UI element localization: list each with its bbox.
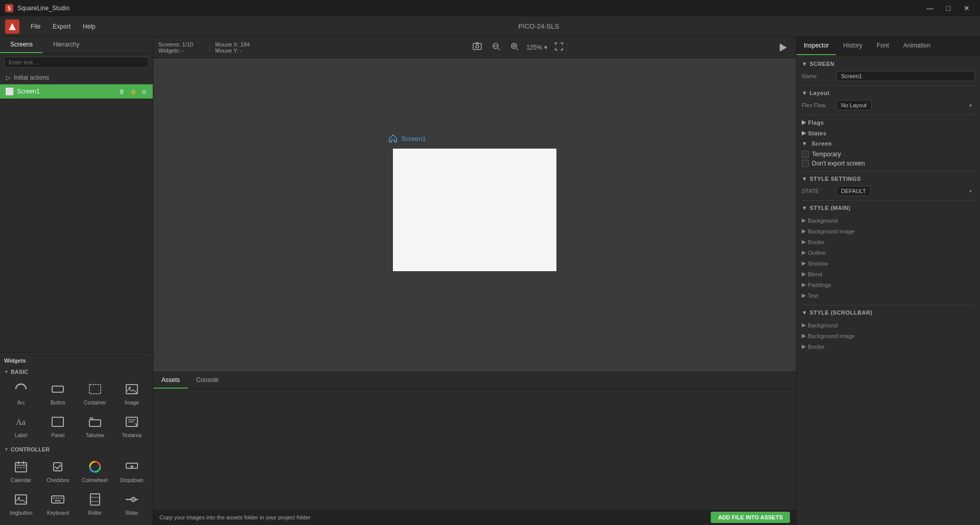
widget-colorwheel[interactable]: Colorwheel: [77, 455, 113, 486]
widget-roller[interactable]: Roller: [77, 487, 113, 519]
widget-panel[interactable]: Panel: [40, 410, 76, 441]
style-settings-label: STYLE SETTINGS: [809, 176, 861, 182]
blend-sub[interactable]: ▶ Blend: [802, 269, 975, 279]
style-scrollbar-title[interactable]: ▼ STYLE (SCROLLBAR): [802, 309, 975, 316]
dont-export-row: Don't export screen: [802, 160, 975, 167]
zoom-in-button[interactable]: [508, 40, 521, 55]
widgets-header: Widgets: [3, 355, 150, 367]
outline-arrow: ▶: [802, 249, 806, 256]
dont-export-checkbox[interactable]: [802, 160, 809, 167]
background-sub[interactable]: ▶ Background: [802, 215, 975, 226]
states-collapse-icon: ▶: [802, 130, 806, 136]
container-icon: [86, 380, 104, 398]
bg-image-arrow: ▶: [802, 228, 806, 234]
style-main-title[interactable]: ▼ STYLE (MAIN): [802, 205, 975, 211]
state-select[interactable]: DEFAULT: [836, 186, 871, 196]
screen1-item[interactable]: ⬜ Screen1 🗑 🔒 ⧉: [0, 84, 153, 99]
mouse-x-label: Mouse X:: [215, 41, 239, 47]
left-panel: Screens Hierarchy ▷ Initial actions ⬜ Sc…: [0, 37, 153, 525]
widget-button[interactable]: Button: [40, 377, 76, 409]
widget-image[interactable]: Image: [114, 377, 150, 409]
style-scrollbar-collapse: ▼: [802, 309, 807, 316]
states-section-title[interactable]: ▶ States: [802, 130, 975, 136]
widget-textarea[interactable]: Textarea: [114, 410, 150, 441]
widget-dropdown[interactable]: Dropdown: [114, 455, 150, 486]
label-label: Label: [15, 433, 27, 438]
screenshot-button[interactable]: [470, 39, 484, 56]
tab-history[interactable]: History: [836, 37, 869, 55]
widgets-label: Widgets:: [158, 47, 180, 54]
screen-canvas[interactable]: [393, 149, 556, 271]
zoom-value: 125%: [526, 44, 542, 51]
widget-tabview[interactable]: Tabview: [77, 410, 113, 441]
zoom-out-button[interactable]: [489, 40, 503, 55]
imgbutton-icon: [12, 490, 30, 509]
widget-calendar[interactable]: Calendar: [3, 455, 39, 486]
zoom-display[interactable]: 125% ▾: [526, 44, 547, 51]
tab-inspector[interactable]: Inspector: [797, 37, 836, 55]
roller-icon: [86, 490, 104, 509]
close-button[interactable]: ✕: [959, 2, 975, 14]
shadow-sub[interactable]: ▶ Shadow: [802, 258, 975, 269]
play-button[interactable]: [775, 39, 791, 56]
outline-sub[interactable]: ▶ Outline: [802, 247, 975, 258]
scrollbar-border-sub[interactable]: ▶ Border: [802, 341, 975, 352]
scrollbar-border-label: Border: [808, 344, 825, 350]
tab-screens[interactable]: Screens: [0, 37, 43, 53]
menu-help[interactable]: Help: [78, 21, 101, 32]
border-sub[interactable]: ▶ Border: [802, 236, 975, 247]
flex-flow-select[interactable]: No Layout: [836, 100, 872, 110]
colorwheel-label: Colorwheel: [82, 478, 108, 483]
maximize-button[interactable]: □: [940, 2, 956, 14]
svg-rect-29: [56, 497, 57, 499]
lock-screen-button[interactable]: 🔒: [128, 88, 138, 96]
search-input[interactable]: [4, 57, 149, 68]
flags-section-title[interactable]: ▶ Flags: [802, 119, 975, 126]
border-arrow: ▶: [802, 238, 806, 245]
initial-actions-item[interactable]: ▷ Initial actions: [0, 71, 153, 84]
widget-slider[interactable]: Slider: [114, 487, 150, 519]
tab-hierarchy[interactable]: Hierarchy: [43, 37, 89, 53]
name-prop-label: Name: [802, 73, 832, 79]
widget-container[interactable]: Container: [77, 377, 113, 409]
widget-imgbutton[interactable]: Imgbutton: [3, 487, 39, 519]
tab-animation[interactable]: Animation: [896, 37, 938, 55]
canvas-viewport[interactable]: Screen1: [153, 58, 796, 372]
scrollbar-bg-sub[interactable]: ▶ Background: [802, 320, 975, 330]
calendar-icon: [12, 458, 30, 476]
add-file-button[interactable]: ADD FILE INTO ASSETS: [711, 512, 790, 523]
tab-console[interactable]: Console: [188, 372, 227, 389]
delete-screen-button[interactable]: 🗑: [118, 88, 126, 96]
text-sub[interactable]: ▶ Text: [802, 290, 975, 301]
copy-screen-button[interactable]: ⧉: [141, 88, 148, 96]
svg-rect-38: [473, 43, 481, 50]
minimize-button[interactable]: —: [922, 2, 938, 14]
basic-section-header[interactable]: ▼ BASIC: [3, 367, 150, 377]
flex-flow-row: Flex Flow No Layout: [802, 100, 975, 110]
menu-file[interactable]: File: [26, 21, 45, 32]
paddings-sub[interactable]: ▶ Paddings: [802, 279, 975, 290]
svg-point-39: [476, 45, 479, 48]
widget-checkbox[interactable]: Checkbox: [40, 455, 76, 486]
menu-export[interactable]: Export: [48, 21, 76, 32]
bg-image-label: Background image: [808, 228, 855, 234]
background-image-sub[interactable]: ▶ Background image: [802, 226, 975, 236]
widget-keyboard[interactable]: Keyboard: [40, 487, 76, 519]
tab-font[interactable]: Font: [870, 37, 896, 55]
image-label: Image: [125, 400, 139, 405]
name-input[interactable]: [836, 71, 975, 81]
widget-arc[interactable]: Arc: [3, 377, 39, 409]
temporary-checkbox[interactable]: [802, 151, 809, 158]
widget-label[interactable]: Aa Label: [3, 410, 39, 441]
tab-assets[interactable]: Assets: [153, 372, 188, 389]
screen-subsection-title[interactable]: ▼ Screen: [802, 140, 975, 147]
imgbutton-label: Imgbutton: [10, 510, 32, 516]
layout-section-title[interactable]: ▼ Layout: [802, 90, 975, 96]
mouse-x-value: 184: [241, 41, 250, 47]
svg-line-47: [517, 49, 518, 50]
fullscreen-button[interactable]: [552, 40, 566, 55]
scrollbar-bg-image-sub[interactable]: ▶ Background image: [802, 330, 975, 341]
arc-label: Arc: [17, 400, 25, 405]
states-section-label: States: [808, 130, 827, 136]
controller-section-header[interactable]: ▼ CONTROLLER: [3, 444, 150, 455]
